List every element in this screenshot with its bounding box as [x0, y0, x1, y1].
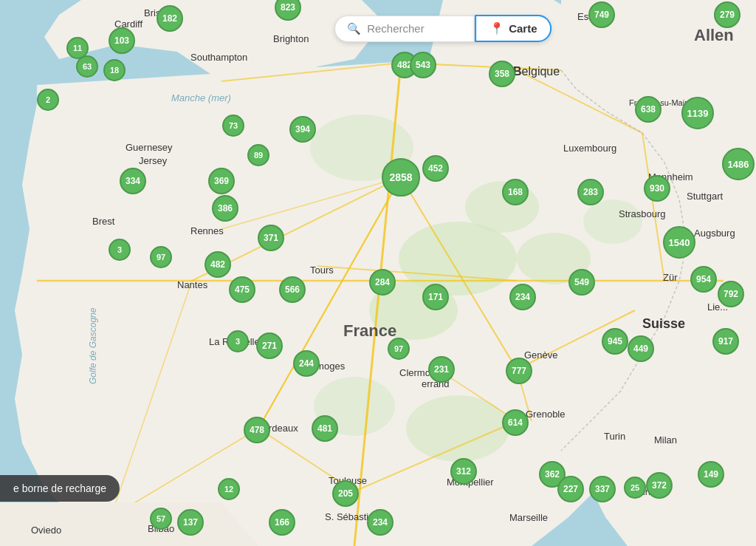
map-label-southampton: Southampton	[190, 52, 247, 63]
cluster-638[interactable]: 638	[635, 96, 662, 123]
tooltip-text: e borne de recharge	[13, 482, 106, 494]
cluster-954[interactable]: 954	[690, 266, 717, 293]
cluster-614[interactable]: 614	[502, 409, 529, 436]
search-box[interactable]: 🔍 Rechercher	[334, 16, 475, 42]
cluster-168[interactable]: 168	[502, 179, 529, 205]
cluster-2858[interactable]: 2858	[382, 158, 420, 197]
cluster-244[interactable]: 244	[293, 350, 320, 377]
map-label-allemagne: Allen	[694, 26, 734, 45]
svg-line-32	[317, 266, 517, 281]
cluster-3-rochelle[interactable]: 3	[227, 330, 249, 352]
cluster-369[interactable]: 369	[208, 168, 235, 194]
cluster-749[interactable]: 749	[588, 1, 615, 28]
map-label-geneve: Genève	[524, 349, 558, 361]
cluster-337[interactable]: 337	[589, 476, 616, 502]
map-label-suisse: Suisse	[642, 316, 685, 332]
cluster-543[interactable]: 543	[410, 52, 436, 78]
cluster-394[interactable]: 394	[289, 116, 316, 143]
cluster-371[interactable]: 371	[258, 225, 284, 251]
map-label-guernesey: Guernesey	[126, 142, 173, 153]
cluster-73[interactable]: 73	[222, 115, 244, 137]
svg-marker-1	[44, 0, 384, 89]
map-label-luxembourg: Luxembourg	[563, 143, 616, 154]
cluster-358[interactable]: 358	[489, 61, 515, 87]
cluster-945[interactable]: 945	[602, 328, 628, 355]
cluster-930[interactable]: 930	[644, 175, 670, 202]
cluster-1540[interactable]: 1540	[663, 226, 695, 259]
carte-label: Carte	[509, 22, 537, 35]
cluster-312[interactable]: 312	[450, 458, 477, 485]
svg-line-22	[111, 429, 258, 517]
cluster-18[interactable]: 18	[103, 59, 126, 81]
cluster-89[interactable]: 89	[247, 144, 269, 166]
carte-button[interactable]: 📍 Carte	[475, 15, 551, 42]
cluster-1486[interactable]: 1486	[722, 148, 755, 180]
svg-line-15	[354, 63, 401, 546]
cluster-279[interactable]: 279	[714, 1, 740, 28]
cluster-97-nantes[interactable]: 97	[150, 246, 172, 268]
cluster-231[interactable]: 231	[428, 356, 455, 383]
svg-line-24	[354, 421, 517, 491]
svg-line-27	[517, 70, 642, 133]
map-label-brest: Brest	[92, 216, 114, 227]
svg-point-12	[583, 199, 642, 244]
cluster-171[interactable]: 171	[422, 284, 449, 310]
svg-line-30	[111, 281, 192, 517]
svg-line-20	[221, 63, 401, 81]
cluster-182[interactable]: 182	[157, 5, 183, 32]
cluster-149[interactable]: 149	[698, 461, 724, 488]
cluster-478[interactable]: 478	[244, 417, 270, 443]
svg-line-17	[258, 177, 401, 429]
cluster-97-center[interactable]: 97	[388, 338, 410, 360]
cluster-2[interactable]: 2	[37, 89, 59, 111]
map-label-manche: Manche (mer)	[171, 92, 231, 103]
map-container: Golfe de Gascogne Brighton Southampton C…	[0, 0, 756, 546]
search-area: 🔍 Rechercher 📍 Carte	[334, 15, 551, 42]
map-label-rennes: Rennes	[190, 225, 224, 236]
cluster-386[interactable]: 386	[212, 195, 238, 222]
pin-icon: 📍	[489, 21, 504, 35]
cluster-792[interactable]: 792	[718, 281, 744, 307]
cluster-103[interactable]: 103	[109, 27, 135, 54]
cluster-566[interactable]: 566	[279, 276, 306, 303]
map-label-tours: Tours	[310, 265, 334, 276]
cluster-3-brest[interactable]: 3	[109, 239, 131, 261]
cluster-57[interactable]: 57	[150, 508, 172, 530]
cluster-166[interactable]: 166	[269, 509, 295, 536]
svg-line-31	[221, 177, 401, 229]
map-label-jersey: Jersey	[139, 155, 167, 166]
cluster-1139[interactable]: 1139	[681, 97, 714, 129]
cluster-63[interactable]: 63	[76, 55, 98, 78]
map-label-marseille: Marseille	[509, 512, 548, 523]
cluster-205[interactable]: 205	[332, 480, 359, 507]
map-label-stuttgart: Stuttgart	[687, 191, 723, 202]
cluster-475[interactable]: 475	[229, 276, 255, 303]
cluster-12[interactable]: 12	[218, 478, 240, 500]
cluster-334[interactable]: 334	[120, 168, 146, 194]
cluster-917[interactable]: 917	[712, 328, 739, 355]
cluster-227[interactable]: 227	[557, 476, 584, 502]
map-label-milan: Milan	[654, 434, 677, 446]
svg-line-29	[258, 177, 401, 429]
cluster-823[interactable]: 823	[275, 0, 301, 21]
cluster-482-mid[interactable]: 482	[205, 251, 231, 278]
cluster-449[interactable]: 449	[628, 335, 654, 362]
cluster-283[interactable]: 283	[577, 179, 604, 205]
map-label-oviedo: Oviedo	[31, 525, 61, 536]
map-label-brighton: Brighton	[273, 33, 309, 44]
map-label-belgique: Belgique	[513, 65, 560, 78]
svg-point-13	[406, 395, 509, 462]
cluster-234-mid[interactable]: 234	[509, 284, 536, 310]
cluster-284[interactable]: 284	[369, 269, 396, 296]
cluster-549[interactable]: 549	[568, 269, 595, 296]
cluster-234-bottom[interactable]: 234	[367, 509, 394, 536]
cluster-452[interactable]: 452	[422, 155, 449, 182]
cluster-481[interactable]: 481	[312, 415, 338, 442]
map-label-zurr: Zür	[663, 272, 678, 283]
cluster-25[interactable]: 25	[624, 477, 646, 499]
cluster-271[interactable]: 271	[256, 332, 283, 359]
cluster-777[interactable]: 777	[506, 358, 532, 384]
cluster-137[interactable]: 137	[177, 509, 204, 536]
map-label-augsburg: Augsburg	[694, 228, 735, 239]
cluster-372[interactable]: 372	[646, 472, 673, 499]
